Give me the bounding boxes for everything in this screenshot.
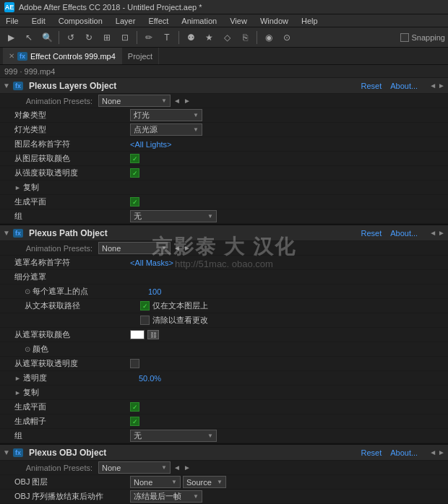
nav-prev-path[interactable]: ◄: [429, 229, 436, 237]
menu-effect[interactable]: Effect: [145, 17, 171, 25]
tool-transform[interactable]: ⊡: [117, 30, 133, 45]
nav-prev-obj[interactable]: ◄: [429, 448, 436, 456]
prop-label-object-type: 对象类型: [14, 110, 130, 121]
expand-path[interactable]: ▼: [3, 229, 10, 237]
tab-effect-controls[interactable]: ✕ fx Effect Controls 999.mp4: [3, 48, 122, 64]
tri-opacity1[interactable]: ►: [14, 375, 21, 382]
checkbox-gen-plane2[interactable]: [130, 402, 139, 412]
dropdown-obj-layer-none[interactable]: None▼: [130, 476, 181, 488]
tri-copy1[interactable]: ►: [14, 184, 21, 191]
menu-bar: File Edit Composition Layer Effect Anima…: [0, 14, 448, 27]
snapping-checkbox[interactable]: [400, 33, 409, 42]
tool-undo[interactable]: ↺: [63, 30, 79, 45]
tool-grid[interactable]: ⊞: [99, 30, 115, 45]
nav-next-path[interactable]: ►: [438, 229, 445, 237]
expand-layers[interactable]: ▼: [3, 82, 10, 90]
anim-preset-dropdown-path[interactable]: None ▼: [98, 242, 171, 254]
tab-close-btn[interactable]: ✕: [9, 52, 14, 60]
nav-next-layers[interactable]: ►: [438, 82, 445, 90]
checkbox-get-color[interactable]: [130, 154, 139, 163]
anim-preset-next-path[interactable]: ►: [184, 244, 191, 252]
reset-path[interactable]: Reset: [361, 229, 382, 238]
anim-preset-value-path: None ▼ ◄ ►: [98, 242, 444, 254]
section-actions-obj: Reset About... ◄ ►: [361, 448, 445, 457]
all-masks-link[interactable]: <All Masks>: [130, 258, 173, 267]
tool-redo[interactable]: ↻: [81, 30, 97, 45]
checkbox-gen-plane1[interactable]: [130, 197, 139, 207]
tool-star[interactable]: ★: [201, 30, 217, 45]
about-obj[interactable]: About...: [390, 448, 418, 457]
dropdown-group2[interactable]: 无▼: [130, 430, 217, 442]
link-icon-mask[interactable]: ⛓: [147, 330, 159, 339]
section-title-layers: Plexus Layers Object: [29, 81, 116, 91]
menu-window[interactable]: Window: [257, 17, 291, 25]
prop-gen-plane2: 生成平面: [0, 400, 448, 414]
about-path[interactable]: About...: [390, 229, 418, 238]
anim-preset-next[interactable]: ►: [184, 97, 191, 105]
dropdown-light-type[interactable]: 点光源▼: [130, 123, 202, 136]
menu-view[interactable]: View: [227, 17, 250, 25]
num-points-per-mask[interactable]: 100: [148, 287, 161, 296]
anim-preset-next-obj[interactable]: ►: [184, 464, 191, 472]
prop-label-copy1: 复制: [23, 182, 139, 193]
menu-layer[interactable]: Layer: [113, 17, 139, 25]
tool-text[interactable]: T: [159, 30, 175, 45]
menu-help[interactable]: Help: [298, 17, 321, 25]
prop-label-copy2: 复制: [23, 387, 139, 398]
fx-badge-path: fx: [13, 229, 23, 238]
prop-label-obj-seq-end: OBJ 序列播放结束后动作: [14, 491, 130, 502]
dropdown-object-type[interactable]: 灯光▼: [130, 109, 202, 121]
tab-project[interactable]: Project: [122, 48, 159, 64]
dropdown-obj-seq-end[interactable]: 冻结最后一帧▼: [130, 490, 202, 503]
menu-file[interactable]: File: [3, 17, 22, 25]
tool-shape[interactable]: ◇: [219, 30, 235, 45]
toolbar: ▶ ↖ 🔍 ↺ ↻ ⊞ ⊡ ✏ T ⚉ ★ ◇ ⎘ ◉ ⊙ Snapping: [0, 27, 448, 48]
anim-preset-dropdown-layers[interactable]: None ▼: [98, 95, 171, 107]
expand-obj[interactable]: ▼: [3, 448, 10, 456]
reset-obj[interactable]: Reset: [361, 448, 382, 457]
tool-brush[interactable]: ⚉: [183, 30, 199, 45]
nav-prev-layers[interactable]: ◄: [429, 82, 436, 90]
color-swatch-mask[interactable]: [130, 330, 145, 339]
checkbox-get-path[interactable]: [140, 301, 150, 310]
prop-label-get-color: 从图层获取颜色: [14, 153, 130, 164]
section-header-obj: ▼ fx Plexus OBJ Object Reset About... ◄ …: [0, 445, 448, 461]
checkbox-get-opacity[interactable]: [130, 168, 139, 178]
menu-composition[interactable]: Composition: [56, 17, 105, 25]
prop-copy1: ► 复制: [0, 181, 448, 195]
prop-label-layer-name-char: 图层名称首字符: [14, 139, 130, 149]
prop-value-mask-name-char: <All Masks>: [130, 258, 444, 267]
tool-search[interactable]: 🔍: [39, 30, 55, 45]
tool-clone[interactable]: ⎘: [237, 30, 253, 45]
prop-get-color-from-layer: 从图层获取颜色: [0, 152, 448, 166]
num-opacity1[interactable]: 50.0%: [139, 374, 161, 383]
anim-preset-prev-path[interactable]: ◄: [173, 244, 181, 252]
tool-orbit[interactable]: ⊙: [279, 30, 295, 45]
anim-preset-prev[interactable]: ◄: [173, 97, 181, 105]
menu-animation[interactable]: Animation: [178, 17, 220, 25]
dropdown-group1[interactable]: 无▼: [130, 210, 217, 222]
checkbox-clear-check[interactable]: [140, 316, 150, 325]
dropdown-obj-layer-source[interactable]: Source▼: [183, 476, 226, 488]
checkbox-gen-cap[interactable]: [130, 417, 139, 426]
checkbox-get-opacity-mask[interactable]: [130, 359, 139, 368]
section-actions-layers: Reset About... ◄ ►: [361, 82, 445, 90]
snapping-label: Snapping: [412, 33, 446, 42]
about-layers[interactable]: About...: [390, 82, 418, 90]
tri-copy2[interactable]: ►: [14, 389, 21, 396]
tool-camera[interactable]: ◉: [261, 30, 277, 45]
tool-arrow[interactable]: ↖: [21, 30, 37, 45]
nav-next-obj[interactable]: ►: [438, 448, 445, 456]
reset-layers[interactable]: Reset: [361, 82, 382, 90]
anim-preset-prev-obj[interactable]: ◄: [173, 464, 181, 472]
tool-pen[interactable]: ✏: [141, 30, 157, 45]
prop-object-type: 对象类型 灯光▼: [0, 108, 448, 123]
anim-preset-dropdown-obj[interactable]: None ▼: [98, 461, 171, 474]
nav-arrows-layers: ◄ ►: [429, 82, 445, 90]
prop-label-get-opacity-mask: 从遮罩获取透明度: [14, 358, 130, 369]
all-lights-link[interactable]: <All Lights>: [130, 140, 171, 149]
tool-select[interactable]: ▶: [3, 30, 19, 45]
toolbar-separator: [59, 31, 59, 44]
menu-edit[interactable]: Edit: [29, 17, 48, 25]
app-logo: AE: [4, 2, 14, 12]
